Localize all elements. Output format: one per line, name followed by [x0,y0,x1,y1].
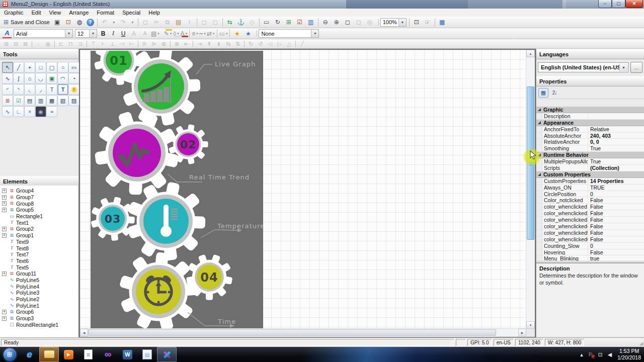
property-row[interactable]: color_whenclicked6 False [536,236,644,243]
tool-button[interactable]: + [24,62,35,73]
tree-expander[interactable] [2,278,7,282]
tool-button[interactable]: ▭ [68,62,79,73]
tool-button[interactable]: ▢ [46,62,57,73]
design-artboard[interactable]: 01 [91,51,263,331]
tool-button[interactable]: ◔ [68,73,79,84]
menu-item[interactable]: Special [118,10,144,16]
tree-expander[interactable]: + [2,201,7,206]
tree-expander[interactable] [2,246,7,250]
taskbar-app[interactable] [78,347,98,362]
close-button[interactable]: ✕ [625,0,643,8]
property-row[interactable]: Custom Properties [536,171,644,178]
property-row[interactable]: Graphic [536,107,644,113]
property-row[interactable]: RelativeAnchor 0, 0 [536,139,644,145]
arrange-icon-button[interactable]: ⇆ [224,40,232,48]
tool-button[interactable]: ! [68,84,79,95]
menu-item[interactable]: Graphic [0,10,28,16]
bold-button[interactable]: B [99,29,108,38]
property-row[interactable]: Scripts (Collection) [536,165,644,171]
tool-button[interactable]: ʃ [13,73,24,84]
tree-expander[interactable]: + [2,208,7,212]
format-icon-button[interactable]: ⇄ [207,29,215,38]
toolbar-icon-button[interactable]: ▤ [174,18,184,27]
property-row[interactable]: CustomProperties 14 Properties [536,178,644,185]
arrange-icon-button[interactable]: ⊥ [108,40,117,48]
horizontal-scroll-thumb[interactable] [88,329,496,336]
arrange-icon-button[interactable]: ⊏ [57,40,65,48]
format-icon-button[interactable]: ≡ [192,29,198,38]
toolbar-icon-button[interactable]: ◻ [199,18,209,27]
canvas-horizontal-scrollbar[interactable]: ◀ ▶ [80,328,526,337]
language-combo[interactable]: English (United States) (en-US) ▼ [538,62,628,72]
toolbar-icon-button[interactable]: ◇ [247,18,257,27]
tree-expander[interactable] [2,252,7,257]
property-row[interactable]: color_whenclicked3 False [536,217,644,223]
format-icon-button[interactable]: ◊ [173,29,179,38]
arrange-icon-button[interactable]: ⇅ [233,40,242,48]
tool-button[interactable]: T [46,84,57,95]
tree-item[interactable]: Rectangle1 [0,213,78,220]
tool-button[interactable]: ◡ [35,73,46,84]
arrange-icon-button[interactable]: ⊟ [12,40,20,48]
format-icon-button[interactable]: A [180,29,187,38]
arrange-icon-button[interactable]: ◍ [44,40,52,48]
tree-item[interactable]: PolyLine2 [0,296,78,303]
tree-item[interactable]: Text5 [0,264,78,270]
toolbar-icon-button[interactable]: ⚓ [236,18,246,27]
tree-expander[interactable] [2,239,7,244]
format-icon-button[interactable]: ▭ [219,29,228,38]
toolbar-icon-button[interactable]: ⊖ [320,18,331,27]
language-more-button[interactable]: ... [630,62,642,73]
arrange-icon-button[interactable]: ⊫ [150,40,158,48]
tray-icon[interactable]: ⚐ [588,352,593,357]
tree-item[interactable]: + Group8 [0,200,78,207]
arrange-icon-button[interactable]: ⊓ [66,40,75,48]
tool-button[interactable]: □ [35,62,46,73]
tool-button[interactable]: ≣ [2,95,13,106]
chevron-down-icon[interactable]: ▼ [65,30,72,37]
arrange-icon-button[interactable]: ⊪ [140,40,149,48]
tree-item[interactable]: + Group7 [0,194,78,201]
minimize-button[interactable]: – [598,0,612,8]
arrange-icon-button[interactable]: ╱ [298,40,306,48]
italic-button[interactable]: I [109,29,118,38]
taskbar-app[interactable] [39,347,59,362]
design-canvas[interactable]: 01 [79,49,536,338]
tree-expander[interactable]: + [2,233,7,238]
tool-button[interactable]: ▣ [46,73,57,84]
taskbar-app[interactable] [137,347,157,362]
taskbar-clock[interactable]: 1:53 PM 1/20/2018 [617,348,641,361]
arrange-icon-button[interactable]: ⊤ [89,40,98,48]
tray-icon[interactable]: ◀ [608,352,612,357]
toolbar-icon-button[interactable]: ⊡ [63,18,73,27]
taskbar-app[interactable] [59,347,78,362]
tool-button[interactable]: ↖ [2,62,13,73]
tool-button[interactable]: × [24,106,35,117]
toolbar-icon-button[interactable]: ◍ [74,18,85,27]
toolbar-icon-button[interactable]: ⇆ [225,18,235,27]
toolbar-icon-button[interactable]: ▥ [306,18,316,27]
toolbar-icon-button[interactable]: ⊕ [332,18,342,27]
property-row[interactable]: Runtime Behavior [536,152,644,158]
tool-button[interactable]: T [57,84,68,95]
toolbar-icon-button[interactable]: ◻ [343,18,353,27]
menu-item[interactable]: Arrange [65,10,93,16]
taskbar-app[interactable] [0,347,20,362]
toolbar-icon-button[interactable]: ☞ [423,18,433,27]
style-combo[interactable]: None ▼ [259,29,319,38]
property-row[interactable]: Color_notclicked False [536,197,644,204]
save-and-close-button[interactable]: ⊞ Save and Close [2,17,52,27]
tool-button[interactable]: ⌂ [24,73,35,84]
chevron-down-icon[interactable]: ▼ [619,63,627,71]
toolbar-icon-button[interactable]: ⊡ [412,18,422,27]
arrange-icon-button[interactable]: ⋐ [159,40,168,48]
tree-item[interactable]: + Group4 [0,188,78,194]
categorized-view-icon[interactable]: ▦ [538,88,548,98]
tree-expander[interactable] [2,214,7,219]
tool-button[interactable]: ▤ [24,95,35,106]
tree-expander[interactable]: + [2,316,7,321]
font-size-combo[interactable]: 12 ▼ [75,29,97,38]
scroll-right-icon[interactable]: ▶ [518,329,526,336]
toolbar-icon-button[interactable]: ◎ [365,18,375,27]
property-row[interactable]: Description [536,113,644,120]
